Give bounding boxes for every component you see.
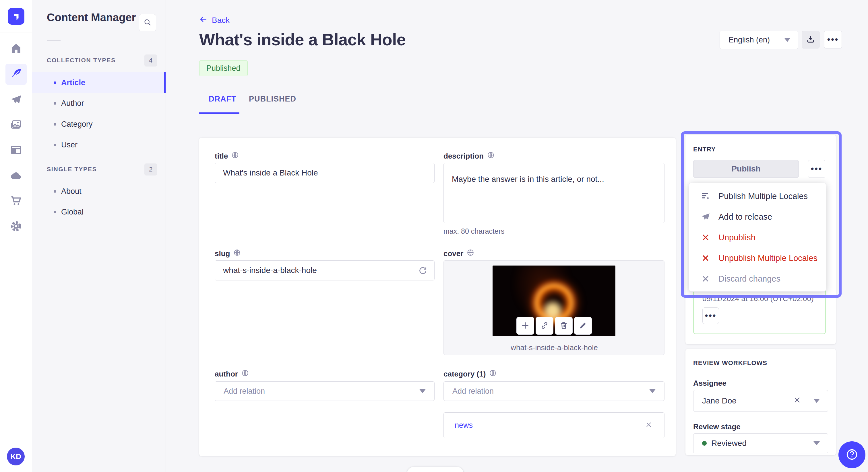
status-badge: Published — [199, 60, 248, 76]
cover-field-label: cover — [443, 249, 474, 258]
globe-icon — [467, 249, 474, 258]
floating-toolbar — [407, 467, 464, 472]
field-label-text: category (1) — [443, 370, 486, 378]
release-more-button[interactable]: ••• — [702, 307, 719, 324]
sidebar-item-content-manager[interactable] — [5, 64, 27, 85]
schedule-datetime: 09/11/2024 at 16:00 (UTC+02:00) — [702, 294, 820, 303]
combobox-placeholder: Add relation — [453, 387, 494, 396]
locale-select[interactable]: English (en) — [720, 31, 798, 49]
paper-plane-icon — [10, 94, 22, 107]
tab-published[interactable]: PUBLISHED — [249, 95, 296, 103]
arrow-left-icon — [199, 15, 208, 26]
cover-media-card: what-s-inside-a-black-hole — [443, 260, 664, 355]
ellipsis-icon: ••• — [811, 165, 823, 173]
entry-panel-heading: ENTRY — [693, 146, 716, 153]
sidebar-item-about[interactable]: About — [32, 181, 166, 202]
pencil-icon — [578, 321, 588, 331]
assignee-label: Assignee — [693, 379, 726, 388]
edit-media-button[interactable] — [574, 317, 592, 335]
copy-link-button[interactable] — [536, 317, 553, 335]
field-label-text: title — [215, 152, 228, 161]
relation-link[interactable]: news — [455, 421, 473, 430]
cross-icon — [700, 274, 711, 283]
sidebar-item-label: Global — [61, 208, 84, 216]
strapi-logo[interactable] — [8, 8, 24, 25]
sidebar-item-cloud[interactable] — [5, 165, 27, 187]
sidebar-item-author[interactable]: Author — [32, 93, 166, 113]
assignee-value: Jane Doe — [702, 396, 737, 405]
stage-value: Reviewed — [711, 439, 747, 448]
bullet-icon — [54, 102, 56, 105]
chevron-down-icon — [813, 441, 820, 445]
title-field-label: title — [215, 151, 239, 161]
sidebar-item-settings[interactable] — [5, 216, 27, 237]
slug-input[interactable] — [215, 260, 435, 280]
bullet-icon — [54, 81, 56, 84]
sidebar-item-label: About — [61, 187, 82, 196]
sidebar-item-marketplace[interactable] — [5, 191, 27, 212]
description-textarea[interactable]: Maybe the answer is in this article, or … — [443, 163, 664, 223]
sidebar-item-label: Author — [61, 99, 84, 108]
download-button[interactable] — [802, 31, 819, 48]
sidebar-item-releases[interactable] — [5, 90, 27, 111]
author-field-label: author — [215, 369, 249, 379]
strapi-logo-icon — [11, 11, 21, 21]
bullet-icon — [54, 190, 56, 193]
globe-icon — [234, 249, 241, 258]
sidebar-item-global[interactable]: Global — [32, 202, 166, 222]
field-label-text: description — [443, 152, 484, 161]
help-button[interactable] — [838, 441, 865, 468]
sidebar-item-user[interactable]: User — [32, 134, 166, 155]
menu-item-label: Publish Multiple Locales — [718, 192, 808, 201]
search-button[interactable] — [139, 14, 156, 31]
nav-rail: KD — [0, 0, 32, 472]
sidebar-item-article[interactable]: Article — [32, 72, 166, 93]
review-stage-combobox[interactable]: Reviewed — [693, 433, 828, 453]
sidebar-item-label: Article — [61, 78, 85, 87]
chevron-down-icon — [813, 399, 820, 403]
globe-icon — [241, 369, 249, 379]
search-icon — [143, 18, 152, 28]
menu-item-add-to-release[interactable]: Add to release — [689, 206, 826, 227]
section-single-types: SINGLE TYPES — [47, 166, 97, 173]
category-relation-combobox[interactable]: Add relation — [443, 381, 664, 401]
slug-field — [215, 260, 435, 280]
menu-item-discard-changes[interactable]: Discard changes — [689, 268, 826, 289]
publish-button[interactable]: Publish — [693, 160, 799, 178]
sidebar-title: Content Manager — [47, 11, 136, 24]
author-relation-combobox[interactable]: Add relation — [215, 381, 435, 401]
menu-item-label: Unpublish — [718, 233, 755, 242]
review-workflows-heading: REVIEW WORKFLOWS — [693, 359, 767, 367]
sidebar-item-content-type-builder[interactable] — [5, 140, 27, 161]
sidebar-item-media-library[interactable] — [5, 115, 27, 136]
remove-relation-icon[interactable] — [645, 421, 653, 430]
review-stage-label: Review stage — [693, 423, 741, 431]
tab-draft[interactable]: DRAFT — [209, 95, 236, 103]
entry-more-button[interactable]: ••• — [808, 160, 825, 178]
layout-icon — [10, 144, 22, 158]
clear-assignee-icon[interactable] — [793, 396, 801, 406]
title-input[interactable] — [215, 163, 435, 183]
back-link[interactable]: Back — [199, 15, 229, 26]
globe-icon — [231, 151, 239, 161]
menu-item-unpublish-multiple-locales[interactable]: Unpublish Multiple Locales — [689, 248, 826, 268]
sidebar-item-label: User — [61, 140, 78, 149]
cover-actions — [516, 317, 592, 335]
more-options-button[interactable]: ••• — [824, 31, 842, 48]
home-icon — [10, 42, 22, 56]
paper-plane-icon — [700, 212, 711, 222]
page-title: What's inside a Black Hole — [199, 30, 406, 49]
entry-actions-menu: Publish Multiple Locales Add to release … — [689, 183, 826, 292]
menu-item-unpublish[interactable]: Unpublish — [689, 227, 826, 248]
bullet-icon — [54, 123, 56, 126]
sidebar-item-home[interactable] — [5, 38, 27, 60]
menu-item-publish-multiple-locales[interactable]: Publish Multiple Locales — [689, 186, 826, 206]
add-media-button[interactable] — [516, 317, 534, 335]
user-avatar[interactable]: KD — [7, 448, 25, 465]
sidebar-item-category[interactable]: Category — [32, 114, 166, 134]
combobox-placeholder: Add relation — [224, 387, 265, 396]
delete-media-button[interactable] — [555, 317, 572, 335]
assignee-combobox[interactable]: Jane Doe — [693, 390, 828, 412]
collection-types-count-badge: 4 — [144, 55, 157, 67]
regenerate-slug-icon[interactable] — [418, 266, 428, 277]
